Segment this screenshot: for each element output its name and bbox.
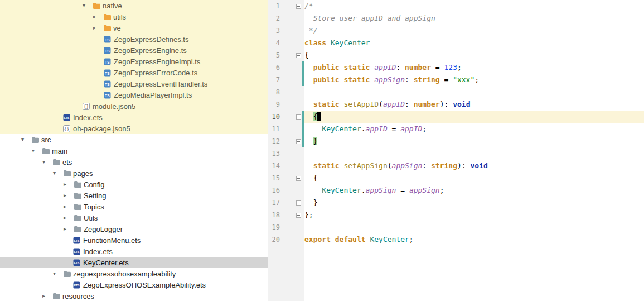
code-line[interactable]: /* (304, 0, 644, 12)
tree-item-functionmenu-ets[interactable]: ETSFunctionMenu.ets (0, 235, 268, 246)
gutter[interactable]: 18 (268, 209, 304, 221)
chevron-right-icon[interactable]: ▸ (64, 223, 74, 235)
code-line[interactable]: }; (304, 209, 644, 221)
tree-item-zegoexpressohosexampleability-ets[interactable]: ETSZegoExpressOHOSExampleAbility.ets (0, 279, 268, 290)
fold-marker[interactable] (296, 176, 301, 181)
chevron-right-icon[interactable]: ▸ (93, 11, 103, 22)
gutter[interactable]: 15 (268, 172, 304, 184)
code-token: void (470, 161, 487, 170)
tree-item-setting[interactable]: ▸Setting (0, 190, 268, 201)
code-line[interactable]: { (304, 172, 644, 184)
code-line[interactable]: static setAppID(appID: number): void (304, 98, 644, 111)
tree-item-src[interactable]: ▾src (0, 134, 268, 145)
chevron-down-icon[interactable]: ▾ (21, 134, 31, 145)
chevron-down-icon[interactable]: ▾ (53, 268, 63, 279)
tree-item-zegomediaplayerimpl-ts[interactable]: TSZegoMediaPlayerImpl.ts (0, 89, 268, 101)
tree-item-topics[interactable]: ▸Topics (0, 201, 268, 212)
tree-item-module-json5[interactable]: {}module.json5 (0, 101, 268, 112)
chevron-down-icon[interactable]: ▾ (32, 145, 42, 156)
chevron-right-icon[interactable]: ▸ (64, 212, 74, 223)
gutter[interactable]: 9 (268, 98, 304, 111)
gutter[interactable]: 2 (268, 12, 304, 25)
gutter[interactable]: 10 (268, 111, 304, 123)
code-line[interactable]: */ (304, 25, 644, 37)
tree-item-zegoexpresserrorcode-ts[interactable]: TSZegoExpressErrorCode.ts (0, 67, 268, 78)
gutter[interactable]: 7 (268, 74, 304, 86)
chevron-right-icon[interactable]: ▸ (64, 179, 74, 190)
chevron-down-icon[interactable]: ▾ (53, 168, 63, 179)
gutter[interactable]: 1 (268, 0, 304, 12)
tree-item-zegologger[interactable]: ▸ZegoLogger (0, 223, 268, 235)
code-token: KeyCenter (370, 235, 409, 243)
chevron-right-icon[interactable]: ▸ (93, 22, 103, 34)
tree-item-label: utils (113, 13, 126, 21)
code-line[interactable]: } (304, 197, 644, 209)
tree-item-utils[interactable]: ▸utils (0, 11, 268, 22)
code-line[interactable] (304, 221, 644, 233)
fold-marker[interactable] (296, 200, 301, 206)
json-icon: {} (63, 125, 73, 132)
tree-item-utils[interactable]: ▸Utils (0, 212, 268, 223)
gutter[interactable]: 4 (268, 37, 304, 49)
code-line[interactable]: Store user appID and appSign (304, 12, 644, 25)
fold-marker[interactable] (296, 139, 301, 144)
code-line[interactable]: public static appID: number = 123; (304, 61, 644, 74)
gutter[interactable]: 11 (268, 123, 304, 135)
fold-marker[interactable] (296, 114, 301, 120)
tree-item-oh-package-json5[interactable]: {}oh-package.json5 (0, 123, 268, 134)
gutter[interactable]: 16 (268, 184, 304, 197)
chevron-right-icon[interactable]: ▸ (42, 290, 52, 301)
fold-marker[interactable] (296, 53, 301, 58)
tree-item-zegoexpressengineimpl-ts[interactable]: TSZegoExpressEngineImpl.ts (0, 56, 268, 67)
tree-item-zegoexpresseventhandler-ts[interactable]: TSZegoExpressEventHandler.ts (0, 78, 268, 89)
fold-marker[interactable] (296, 213, 301, 218)
code-line[interactable]: KeyCenter.appSign = appSign; (304, 184, 644, 197)
code-line[interactable]: class KeyCenter (304, 37, 644, 49)
chevron-right-icon[interactable]: ▸ (64, 201, 74, 212)
code-line[interactable]: } (304, 135, 644, 147)
tree-item-index-ets[interactable]: ETSIndex.ets (0, 246, 268, 257)
gutter[interactable]: 20 (268, 233, 304, 246)
code-line[interactable]: public static appSign: string = "xxx"; (304, 74, 644, 86)
gutter[interactable]: 3 (268, 25, 304, 37)
code-line[interactable]: { (304, 111, 644, 123)
gutter[interactable]: 19 (268, 221, 304, 233)
gutter[interactable]: 8 (268, 86, 304, 98)
tree-item-resources[interactable]: ▸resources (0, 290, 268, 301)
code-editor[interactable]: 1/*2 Store user appID and appSign3 */4cl… (268, 0, 644, 301)
code-token: } (313, 198, 318, 207)
tree-item-ets[interactable]: ▾ets (0, 156, 268, 168)
editor-row: 8 (268, 86, 644, 98)
code-line[interactable] (304, 86, 644, 98)
tree-item-pages[interactable]: ▾pages (0, 168, 268, 179)
chevron-right-icon[interactable]: ▸ (64, 190, 74, 201)
fold-marker[interactable] (296, 4, 301, 9)
tree-item-zegoexpressdefines-ts[interactable]: TSZegoExpressDefines.ts (0, 34, 268, 45)
tree-item-ve[interactable]: ▸ve (0, 22, 268, 34)
editor-row: 1/* (268, 0, 644, 12)
gutter[interactable]: 6 (268, 61, 304, 74)
code-token: = (440, 75, 453, 84)
tree-item-native[interactable]: ▾native (0, 0, 268, 11)
line-number: 8 (268, 88, 280, 96)
tree-item-zegoexpressengine-ts[interactable]: TSZegoExpressEngine.ts (0, 45, 268, 56)
gutter[interactable]: 5 (268, 49, 304, 61)
tree-item-config[interactable]: ▸Config (0, 179, 268, 190)
tree-item-index-ets[interactable]: ETSIndex.ets (0, 112, 268, 123)
tree-item-keycenter-ets[interactable]: ETSKeyCenter.ets (0, 257, 268, 268)
code-line[interactable]: export default KeyCenter; (304, 233, 644, 246)
tree-item-main[interactable]: ▾main (0, 145, 268, 156)
gutter[interactable]: 13 (268, 147, 304, 160)
code-line[interactable] (304, 147, 644, 160)
chevron-down-icon[interactable]: ▾ (42, 156, 52, 168)
gutter[interactable]: 17 (268, 197, 304, 209)
tree-item-label: oh-package.json5 (73, 125, 130, 133)
tree-item-zegoexpressohosexampleability[interactable]: ▾zegoexpressohosexampleability (0, 268, 268, 279)
chevron-down-icon[interactable]: ▾ (83, 0, 93, 11)
code-line[interactable]: { (304, 49, 644, 61)
code-line[interactable]: KeyCenter.appID = appID; (304, 123, 644, 135)
gutter[interactable]: 12 (268, 135, 304, 147)
code-line[interactable]: static setAppSign(appSign: string): void (304, 160, 644, 172)
gutter[interactable]: 14 (268, 160, 304, 172)
code-token (304, 100, 313, 108)
